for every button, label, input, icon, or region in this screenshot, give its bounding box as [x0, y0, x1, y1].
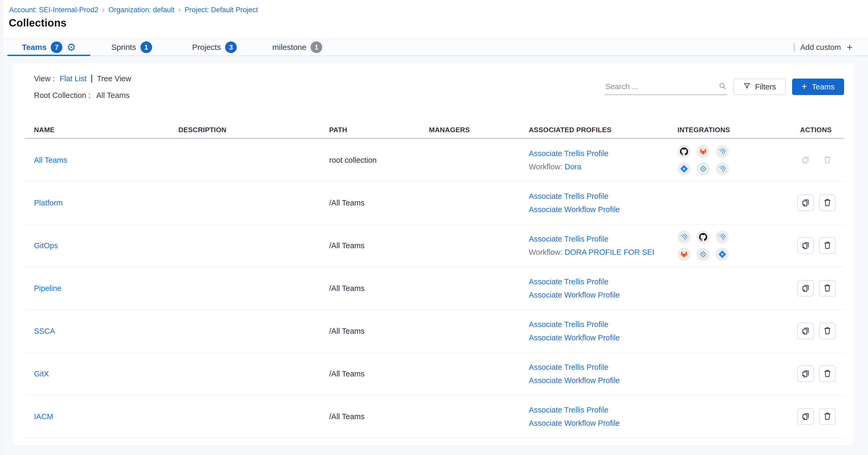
table-header: NAMEDESCRIPTIONPATHMANAGERSASSOCIATED PR… — [25, 123, 844, 139]
add-teams-button[interactable]: + Teams — [792, 79, 844, 95]
profile-link[interactable]: Associate Trellis Profile — [529, 406, 609, 414]
tree-view-link[interactable]: Tree View — [97, 74, 131, 83]
actions-cell — [794, 194, 844, 211]
root-collection-value: All Teams — [96, 91, 129, 100]
filter-funnel-icon — [743, 82, 751, 92]
path-cell: /All Teams — [329, 327, 429, 336]
column-header: DESCRIPTION — [178, 126, 329, 134]
table-row: All Teamsroot collectionAssociate Trelli… — [25, 139, 844, 182]
table-row: Platform/All TeamsAssociate Trellis Prof… — [25, 182, 844, 224]
path-cell: root collection — [329, 156, 429, 164]
github-icon — [696, 231, 710, 244]
teams-button-label: Teams — [812, 83, 835, 91]
copy-button[interactable] — [797, 323, 814, 339]
collections-card: View : Flat List Tree View Root Collecti… — [13, 63, 854, 446]
column-header: ASSOCIATED PROFILES — [529, 126, 677, 134]
collection-name-link[interactable]: GitOps — [34, 241, 58, 250]
associated-profiles-cell: Associate Trellis ProfileAssociate Workf… — [529, 192, 677, 214]
copy-icon — [797, 152, 814, 168]
profile-link[interactable]: Associate Trellis Profile — [529, 363, 609, 372]
actions-cell — [794, 323, 844, 339]
profile-link[interactable]: Associate Trellis Profile — [529, 149, 609, 158]
tab-sprints[interactable]: Sprints1 — [90, 39, 173, 56]
column-header: MANAGERS — [429, 126, 529, 134]
copy-button[interactable] — [797, 280, 814, 297]
profile-link[interactable]: Associate Trellis Profile — [529, 235, 609, 243]
column-header: NAME — [25, 126, 178, 134]
profile-link[interactable]: Associate Workflow Profile — [529, 205, 620, 214]
tab-projects[interactable]: Projects3 — [173, 39, 256, 56]
collection-name-link[interactable]: IACM — [34, 412, 53, 421]
add-custom-label: Add custom — [800, 43, 841, 52]
profile-link[interactable]: Associate Workflow Profile — [529, 333, 620, 342]
table-row: IACM/All TeamsAssociate Trellis ProfileA… — [25, 395, 844, 438]
jira-icon — [677, 162, 691, 176]
breadcrumb-link[interactable]: Account: SEI-Internal-Prod2 — [9, 6, 98, 14]
actions-cell — [794, 152, 844, 168]
flat-list-link[interactable]: Flat List — [59, 74, 87, 83]
actions-cell — [794, 366, 844, 382]
profile-link[interactable]: Associate Workflow Profile — [529, 376, 620, 385]
profile-link[interactable]: DORA PROFILE FOR SEI — [565, 248, 654, 257]
profile-link[interactable]: Associate Workflow Profile — [529, 419, 620, 428]
path-cell: /All Teams — [329, 412, 429, 421]
integrations-cell — [677, 145, 794, 176]
tab-teams[interactable]: Teams7⚙ — [7, 39, 90, 56]
plus-icon: + — [802, 82, 807, 91]
breadcrumb-link[interactable]: Organization: default — [108, 6, 175, 14]
copy-button[interactable] — [797, 366, 814, 382]
gitlab-icon — [677, 248, 691, 261]
arcs-icon — [677, 231, 691, 244]
delete-button[interactable] — [819, 194, 836, 211]
view-label: View : — [34, 74, 55, 83]
profile-link[interactable]: Associate Trellis Profile — [529, 277, 609, 286]
integrations-cell — [677, 231, 794, 261]
copy-button[interactable] — [797, 408, 814, 425]
breadcrumb-link[interactable]: Project: Default Project — [184, 6, 258, 14]
table-body: All Teamsroot collectionAssociate Trelli… — [25, 139, 844, 438]
path-cell: /All Teams — [329, 199, 429, 207]
collection-name-link[interactable]: All Teams — [34, 156, 67, 164]
gear-icon[interactable]: ⚙ — [67, 42, 76, 52]
table-row: SSCA/All TeamsAssociate Trellis ProfileA… — [25, 310, 844, 353]
filters-button[interactable]: Filters — [734, 79, 786, 95]
gitlab-icon — [696, 145, 710, 158]
delete-button[interactable] — [819, 237, 836, 254]
search-input[interactable] — [605, 82, 715, 91]
actions-cell — [794, 237, 844, 254]
delete-button[interactable] — [819, 280, 836, 297]
collection-name-link[interactable]: Platform — [34, 199, 63, 207]
collection-name-link[interactable]: GitX — [34, 369, 49, 378]
collection-name-link[interactable]: Pipeline — [34, 284, 61, 293]
profile-link[interactable]: Associate Trellis Profile — [529, 192, 609, 201]
copy-button[interactable] — [797, 237, 814, 254]
actions-cell — [794, 408, 844, 425]
delete-button[interactable] — [819, 366, 836, 382]
breadcrumb: Account: SEI-Internal-Prod2›Organization… — [9, 6, 258, 14]
collection-name-link[interactable]: SSCA — [34, 327, 55, 335]
profile-link[interactable]: Associate Trellis Profile — [529, 320, 609, 329]
arcs-icon — [716, 162, 729, 176]
associated-profiles-cell: Associate Trellis ProfileWorkflow:DORA P… — [529, 235, 677, 257]
left-rail — [0, 0, 3, 455]
profile-link[interactable]: Associate Workflow Profile — [529, 291, 620, 299]
tab-strip: Teams7⚙Sprints1Projects3milestone1 Add c… — [0, 39, 868, 56]
tab-strip-divider — [794, 43, 795, 52]
breadcrumb-separator: › — [102, 6, 104, 13]
associated-profiles-cell: Associate Trellis ProfileAssociate Workf… — [529, 277, 677, 299]
table-row: Pipeline/All TeamsAssociate Trellis Prof… — [25, 267, 844, 310]
delete-button[interactable] — [819, 323, 836, 339]
add-custom[interactable]: Add custom + — [794, 39, 852, 56]
associated-profiles-cell: Associate Trellis ProfileAssociate Workf… — [529, 363, 677, 385]
tabs: Teams7⚙Sprints1Projects3milestone1 — [7, 39, 339, 56]
copy-button[interactable] — [797, 194, 814, 211]
column-header: PATH — [329, 126, 429, 134]
arcs-icon — [716, 231, 729, 244]
profile-link[interactable]: Dora — [565, 162, 581, 171]
table-row: GitX/All TeamsAssociate Trellis ProfileA… — [25, 353, 844, 395]
delete-button[interactable] — [819, 408, 836, 425]
tab-milestone[interactable]: milestone1 — [256, 39, 339, 56]
table-row: GitOps/All TeamsAssociate Trellis Profil… — [25, 224, 844, 267]
search-field — [605, 79, 727, 95]
column-header: ACTIONS — [794, 126, 844, 134]
